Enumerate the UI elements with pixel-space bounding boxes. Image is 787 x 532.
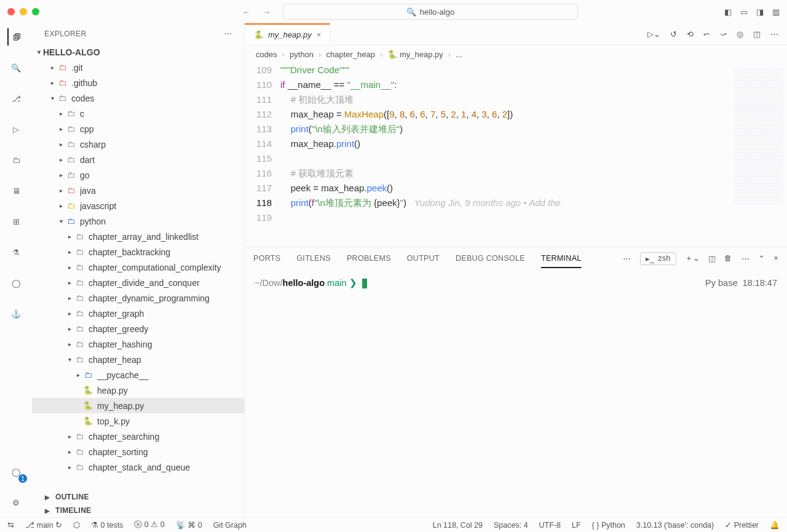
tree-file[interactable]: 🐍my_heap.py — [32, 398, 244, 413]
tree-folder[interactable]: ▸🗀chapter_array_and_linkedlist — [32, 229, 244, 244]
zoom-window[interactable] — [32, 8, 39, 15]
run-file-icon[interactable]: ▷⌄ — [647, 30, 660, 39]
tree-folder[interactable]: ▸🗀.git — [32, 60, 244, 75]
tree-folder[interactable]: ▸🗀chapter_backtracking — [32, 244, 244, 260]
breadcrumb-item[interactable]: chapter_heap — [326, 50, 375, 59]
language-mode[interactable]: { } Python — [592, 521, 625, 530]
tree-folder[interactable]: ▸🗀__pycache__ — [32, 367, 244, 383]
tree-folder[interactable]: ▸🗀java — [32, 183, 244, 198]
tree-folder[interactable]: ▸🗀.github — [32, 75, 244, 90]
timeline-section[interactable]: ▶TIMELINE — [32, 504, 244, 517]
breadcrumb-item[interactable]: python — [290, 50, 314, 59]
tree-folder[interactable]: ▸🗀javascript — [32, 198, 244, 213]
tree-folder[interactable]: ▸🗀c — [32, 106, 244, 121]
tree-folder[interactable]: ▸🗀go — [32, 167, 244, 183]
tree-folder[interactable]: ▾🗀python — [32, 213, 244, 229]
cursor-position[interactable]: Ln 118, Col 29 — [433, 521, 483, 530]
gitlens-icon[interactable]: ⟲ — [687, 30, 694, 39]
ports-status[interactable]: 📡 ⌘ 0 — [176, 520, 202, 530]
command-center[interactable]: 🔍 hello-algo — [283, 4, 578, 20]
panel-more-icon[interactable]: ⋯ — [623, 254, 631, 263]
tree-root[interactable]: ▾HELLO-ALGO — [32, 44, 244, 60]
docker-icon[interactable]: ⚓ — [7, 305, 25, 322]
notifications-icon[interactable]: 🔔 — [770, 520, 780, 530]
eol-status[interactable]: LF — [572, 521, 581, 530]
minimize-window[interactable] — [20, 8, 27, 15]
accounts-icon[interactable]: ◯ 1 — [7, 463, 25, 480]
panel-overflow-icon[interactable]: ⋯ — [742, 254, 749, 263]
breadcrumb-item[interactable]: 🐍 my_heap.py — [387, 50, 443, 59]
panel-tab[interactable]: PROBLEMS — [347, 254, 391, 263]
tree-folder[interactable]: ▸🗀chapter_graph — [32, 306, 244, 321]
tests-status[interactable]: ⚗ 0 tests — [91, 520, 123, 530]
source-control-icon[interactable]: ⎇ — [7, 90, 25, 107]
tree-folder[interactable]: ▸🗀chapter_stack_and_queue — [32, 459, 244, 475]
sidebar-more-icon[interactable]: ⋯ — [224, 30, 232, 38]
editor-more-icon[interactable]: ⋯ — [770, 30, 778, 39]
tree-folder[interactable]: ▸🗀chapter_sorting — [32, 444, 244, 459]
panel-tab[interactable]: TERMINAL — [541, 254, 582, 263]
prettier-status[interactable]: ✓ Prettier — [725, 520, 759, 530]
cloud-status[interactable]: ⬡ — [73, 520, 80, 530]
panel-tab[interactable]: GITLENS — [296, 254, 331, 263]
tab-close-icon[interactable]: × — [317, 30, 322, 39]
encoding-status[interactable]: UTF-8 — [539, 521, 561, 530]
tree-folder[interactable]: ▸🗀chapter_searching — [32, 429, 244, 444]
testing-icon[interactable]: 🖥 — [7, 182, 25, 199]
explorer-icon[interactable]: 🗐 — [7, 28, 25, 46]
editor-tab[interactable]: 🐍 my_heap.py × — [245, 23, 330, 45]
minimap[interactable] — [734, 69, 783, 204]
terminal-profile-selector[interactable]: ▸_ zsh — [640, 252, 676, 265]
extensions-icon[interactable]: ⊞ — [7, 213, 25, 230]
indentation-status[interactable]: Spaces: 4 — [494, 521, 528, 530]
remote-indicator[interactable]: ⇆ — [7, 520, 14, 530]
panel-tab[interactable]: PORTS — [253, 254, 280, 263]
git-branch-status[interactable]: ⎇ main ↻ — [25, 520, 62, 530]
layout-panel-icon[interactable]: ▭ — [740, 7, 748, 17]
kill-terminal-icon[interactable]: 🗑 — [724, 254, 732, 263]
tree-folder[interactable]: ▸🗀cpp — [32, 121, 244, 137]
code-content[interactable]: """Driver Code"""if __name__ == "__main_… — [280, 63, 734, 247]
layout-sidebar-left-icon[interactable]: ◧ — [724, 7, 732, 17]
timeline-icon[interactable]: ↺ — [670, 30, 677, 39]
tree-folder[interactable]: ▸🗀dart — [32, 152, 244, 167]
breadcrumbs[interactable]: codes›python›chapter_heap›🐍 my_heap.py›.… — [245, 46, 787, 63]
new-terminal-icon[interactable]: ＋⌄ — [685, 253, 700, 264]
github-icon[interactable]: ◯ — [7, 274, 25, 292]
flask-icon[interactable]: ⚗ — [7, 244, 25, 261]
tree-folder[interactable]: ▾🗀codes — [32, 90, 244, 106]
nav-forward-icon[interactable]: → — [263, 7, 271, 17]
tree-folder[interactable]: ▸🗀chapter_hashing — [32, 336, 244, 352]
maximize-panel-icon[interactable]: ⌃ — [758, 254, 765, 263]
problems-status[interactable]: ⓧ 0 ⚠ 0 — [134, 520, 164, 530]
layout-sidebar-right-icon[interactable]: ◨ — [756, 7, 764, 17]
tree-folder[interactable]: ▸🗀chapter_computational_complexity — [32, 260, 244, 275]
gitlens-nav-prev-icon[interactable]: ⤺ — [703, 30, 710, 39]
search-icon[interactable]: 🔍 — [7, 59, 25, 76]
nav-back-icon[interactable]: ← — [242, 7, 250, 17]
code-editor[interactable]: 109110111112113114115116117118119 """Dri… — [245, 63, 787, 247]
python-interpreter[interactable]: 3.10.13 ('base': conda) — [636, 521, 714, 530]
git-graph-status[interactable]: Git Graph — [213, 521, 247, 530]
split-terminal-icon[interactable]: ◫ — [708, 254, 716, 263]
compass-icon[interactable]: ◎ — [737, 30, 743, 39]
panel-tab[interactable]: OUTPUT — [407, 254, 440, 263]
close-panel-icon[interactable]: × — [773, 254, 778, 263]
close-window[interactable] — [7, 8, 15, 15]
gitlens-nav-next-icon[interactable]: ⤻ — [720, 30, 727, 39]
tree-folder[interactable]: ▸🗀csharp — [32, 137, 244, 152]
tree-file[interactable]: 🐍top_k.py — [32, 413, 244, 429]
layout-customize-icon[interactable]: ▥ — [772, 7, 780, 17]
tree-folder[interactable]: ▸🗀chapter_dynamic_programming — [32, 290, 244, 306]
tree-folder[interactable]: ▾🗀chapter_heap — [32, 352, 244, 367]
run-debug-icon[interactable]: ▷ — [7, 121, 25, 138]
tree-folder[interactable]: ▸🗀chapter_greedy — [32, 321, 244, 336]
settings-gear-icon[interactable]: ⚙ — [7, 494, 25, 511]
breadcrumb-item[interactable]: codes — [256, 50, 277, 59]
file-tree[interactable]: ▾HELLO-ALGO▸🗀.git▸🗀.github▾🗀codes▸🗀c▸🗀cp… — [32, 44, 244, 490]
terminal-body[interactable]: ~/Dow/hello-algo main ❯ Py base 18:18:47 — [245, 269, 787, 517]
outline-section[interactable]: ▶OUTLINE — [32, 490, 244, 504]
remote-explorer-icon[interactable]: 🗀 — [7, 151, 25, 169]
tree-file[interactable]: 🐍heap.py — [32, 383, 244, 398]
panel-tab[interactable]: DEBUG CONSOLE — [456, 254, 525, 263]
